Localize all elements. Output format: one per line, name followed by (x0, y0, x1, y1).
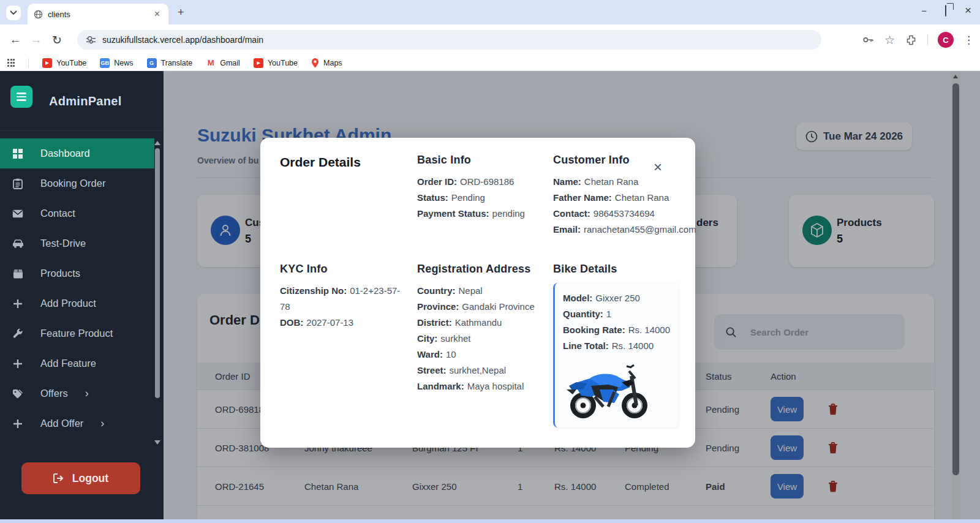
bookmark-youtube-2[interactable]: YouTube (254, 58, 298, 68)
sidebar-item-contact[interactable]: Contact (0, 198, 164, 228)
scroll-up-arrow[interactable] (154, 141, 160, 145)
tags-icon (11, 389, 24, 399)
window-close-button[interactable]: × (965, 4, 971, 17)
section-kyc-info: KYC Info Citizenship No:01-2+23-57-78 DO… (280, 263, 410, 331)
chevron-right-icon: › (100, 417, 104, 430)
logout-icon (53, 473, 65, 483)
site-settings-icon[interactable] (86, 36, 96, 45)
sidebar-brand: AdminPanel (0, 71, 164, 131)
browser-menu-icon[interactable]: ⋮ (963, 34, 974, 47)
restore-icon (945, 5, 946, 17)
section-customer-info: Customer Info Name:Chetan Rana Father Na… (553, 154, 683, 238)
wrench-icon (11, 328, 24, 339)
extensions-icon[interactable] (905, 34, 918, 47)
section-registration-address: Registration Address Country:Nepal Provi… (417, 263, 547, 394)
sidebar-item-products[interactable]: Products (0, 258, 164, 288)
tab-title: clients (48, 10, 147, 19)
section-heading: KYC Info (280, 263, 410, 276)
modal-title: Order Details (280, 155, 361, 170)
apps-grid-icon[interactable] (7, 59, 15, 66)
section-heading: Customer Info (553, 154, 683, 167)
profile-avatar[interactable]: C (938, 32, 954, 48)
reload-button[interactable]: ↻ (47, 33, 67, 47)
sidebar-item-feature-product[interactable]: Feature Product (0, 318, 164, 348)
scroll-down-arrow[interactable] (154, 440, 160, 445)
tab-search-button[interactable] (6, 6, 21, 20)
address-bar[interactable]: suzukifullstack.vercel.app/dashboard/mai… (77, 30, 821, 50)
browser-window: clients × + − × ← → ↻ suzukifullstack.ve… (0, 0, 980, 523)
tab-close-icon[interactable]: × (152, 8, 162, 20)
window-restore-button[interactable] (945, 6, 946, 16)
sidebar-item-offers[interactable]: Offers › (0, 378, 164, 408)
section-basic-info: Basic Info Order ID:ORD-698186 Status:Pe… (417, 154, 547, 222)
envelope-icon (11, 209, 24, 218)
bookmarks-bar: YouTube GBNews GTranslate MGmail YouTube… (0, 55, 980, 71)
sidebar-item-add-feature[interactable]: Add Feature (0, 348, 164, 378)
chevron-down-icon (10, 10, 17, 15)
hamburger-menu-button[interactable] (10, 86, 32, 108)
clipboard-icon (11, 178, 24, 189)
tab-strip: clients × + − × (0, 0, 980, 24)
sidebar-item-booking-order[interactable]: Booking Order (0, 168, 164, 198)
url-text: suzukifullstack.vercel.app/dashboard/mai… (102, 35, 263, 45)
sidebar-item-test-drive[interactable]: Test-Drive (0, 228, 164, 258)
section-heading: Basic Info (417, 154, 547, 167)
globe-favicon (34, 10, 43, 19)
browser-tab-clients[interactable]: clients × (28, 4, 168, 24)
browser-toolbar: ← → ↻ suzukifullstack.vercel.app/dashboa… (0, 24, 980, 55)
sidebar-item-dashboard[interactable]: Dashboard (0, 138, 154, 168)
youtube-icon (42, 58, 52, 68)
sidebar-item-add-product[interactable]: Add Product (0, 288, 164, 318)
news-icon: GB (100, 58, 110, 68)
plus-icon (11, 299, 24, 309)
section-heading: Bike Details (553, 263, 685, 276)
sidebar-item-add-offer[interactable]: Add Offer › (0, 408, 164, 438)
section-bike-details: Bike Details Model:Gixxer 250 Quantity:1… (553, 263, 685, 427)
box-icon (11, 269, 24, 279)
app-viewport: AdminPanel Dashboard Booking Order Conta… (0, 71, 980, 519)
chevron-right-icon: › (85, 387, 89, 400)
forward-button[interactable]: → (26, 33, 47, 47)
logout-button[interactable]: Logout (21, 462, 140, 494)
password-key-icon[interactable] (861, 33, 875, 47)
motorcycle-image (563, 358, 655, 421)
section-heading: Registration Address (417, 263, 547, 276)
window-minimize-button[interactable]: − (921, 6, 927, 16)
bookmark-youtube[interactable]: YouTube (42, 58, 86, 68)
sidebar: AdminPanel Dashboard Booking Order Conta… (0, 71, 164, 519)
translate-icon: G (147, 58, 157, 68)
youtube-icon (254, 58, 263, 68)
bookmarks-divider (28, 58, 29, 67)
bookmark-star-icon[interactable]: ☆ (884, 33, 895, 47)
bookmark-gmail[interactable]: MGmail (206, 58, 240, 68)
brand-title: AdminPanel (49, 94, 122, 108)
taskbar-strip (0, 519, 980, 523)
plus-icon (11, 359, 24, 369)
bookmark-maps[interactable]: Maps (311, 58, 342, 68)
maps-pin-icon (311, 58, 319, 68)
bookmark-translate[interactable]: GTranslate (147, 58, 193, 68)
order-details-modal: Order Details × Basic Info Order ID:ORD-… (260, 138, 695, 448)
dashboard-grid-icon (11, 148, 24, 159)
gmail-icon: M (206, 58, 216, 68)
toolbar-divider (927, 34, 928, 45)
back-button[interactable]: ← (5, 33, 26, 47)
new-tab-button[interactable]: + (178, 6, 184, 19)
sidebar-nav: Dashboard Booking Order Contact Test-Dri… (0, 138, 164, 438)
sidebar-scrollbar[interactable] (153, 140, 161, 446)
car-icon (11, 239, 24, 248)
plus-icon (11, 419, 24, 429)
bookmark-news[interactable]: GBNews (100, 58, 133, 68)
bike-card: Model:Gixxer 250 Quantity:1 Booking Rate… (553, 283, 678, 427)
sidebar-scroll-thumb[interactable] (155, 148, 160, 398)
